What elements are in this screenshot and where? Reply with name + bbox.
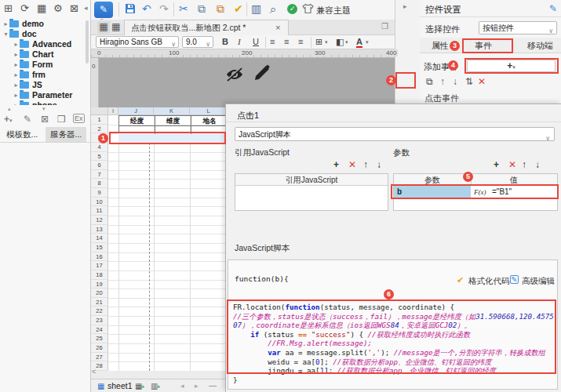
collapse-sidebar-icon[interactable]: ◂ xyxy=(84,4,88,12)
ref-down-icon[interactable]: ↓ xyxy=(377,159,381,170)
redo-icon[interactable]: ↷ xyxy=(159,2,169,15)
copy-dataset-icon[interactable]: ❒ xyxy=(57,114,66,125)
new-cpt-icon[interactable]: ▦ xyxy=(97,21,110,34)
selected-row[interactable] xyxy=(118,133,225,143)
preview-dataset-icon[interactable]: Ex xyxy=(73,114,85,123)
param-value-cell[interactable]: ="B1" xyxy=(492,187,512,196)
row-header-11[interactable]: 11 xyxy=(91,206,108,216)
edit-widget-icon[interactable]: ✎ xyxy=(549,3,557,14)
tree-item-Parameter[interactable]: ▸Parameter xyxy=(0,90,85,100)
row-header-10[interactable]: 10 xyxy=(91,198,108,207)
row-header-1[interactable]: 1 xyxy=(91,115,108,125)
chevron-right-icon[interactable]: ▸ xyxy=(13,39,20,49)
bold-button[interactable]: B xyxy=(222,37,228,46)
header-cell[interactable]: 经度 xyxy=(119,117,155,125)
font-color-dropdown-icon[interactable]: ▾ xyxy=(366,39,369,45)
trash-icon[interactable]: ⊠ xyxy=(70,2,78,14)
tree-item-doc[interactable]: ▾doc xyxy=(0,29,85,39)
param-row[interactable]: b F(x) ="B1" xyxy=(394,186,557,198)
chevron-down-icon[interactable]: ▾ xyxy=(2,29,9,39)
splitter-up-icon[interactable]: ▴ xyxy=(8,106,11,112)
row-header-6[interactable]: 6 xyxy=(91,161,108,170)
border-dropdown-icon[interactable]: ▾ xyxy=(325,39,328,45)
row-header-15[interactable]: 15 xyxy=(91,243,108,252)
theme-label[interactable]: 兼容主题 xyxy=(316,5,351,16)
align-left-icon[interactable]: ≡ xyxy=(270,37,275,46)
format-painter-icon[interactable]: ✔ xyxy=(234,2,243,15)
settings-icon[interactable]: ⚙ xyxy=(53,2,63,14)
chevron-right-icon[interactable]: ▸ xyxy=(13,60,20,70)
undo-icon[interactable]: ↶ xyxy=(142,2,151,15)
row-header-5[interactable]: 5 xyxy=(91,152,108,162)
tab-server-data[interactable]: 服务器... xyxy=(46,127,86,142)
web-preview-icon[interactable]: ▥ xyxy=(251,2,261,15)
scroll-left-icon[interactable]: < xyxy=(92,368,96,376)
event-list-item[interactable]: 点击事件 xyxy=(424,93,459,104)
row-header-8[interactable]: 8 xyxy=(91,179,108,188)
tree-item-JS[interactable]: ▸JS xyxy=(0,80,85,90)
close-tab-icon[interactable]: × xyxy=(275,20,280,35)
cut-icon[interactable]: ✂ xyxy=(179,2,188,15)
splitter-down-icon[interactable]: ▾ xyxy=(42,106,46,112)
param-add-icon[interactable]: + xyxy=(494,159,499,170)
font-size-select[interactable]: 9.0 ∨ xyxy=(182,36,213,48)
chevron-right-icon[interactable]: ▸ xyxy=(13,49,20,60)
edit-dataset-icon[interactable]: ✎ xyxy=(24,114,31,125)
js-code-content[interactable]: FR.location(function(status, message, co… xyxy=(233,303,554,384)
new-frm-icon[interactable]: ▦ xyxy=(111,21,120,32)
new-folder-icon[interactable]: ⊞ xyxy=(4,2,13,14)
event-type-select[interactable]: JavaScript脚本 ∨ xyxy=(235,127,555,141)
ref-js-table[interactable]: 引用JavaScript xyxy=(235,173,388,211)
paste-icon[interactable]: ⧉ xyxy=(217,2,224,16)
tree-item-frm[interactable]: ▸frm xyxy=(0,70,85,80)
refresh-icon[interactable]: ⟳ xyxy=(20,2,29,14)
param-name-cell[interactable]: b xyxy=(394,186,471,198)
chevron-right-icon[interactable]: ▸ xyxy=(13,70,20,80)
collapse-panel-icon[interactable]: ▸ xyxy=(403,2,407,10)
row-header-18[interactable]: 18 xyxy=(91,270,108,280)
fill-dropdown-icon[interactable]: ▾ xyxy=(345,39,348,45)
column-header-L[interactable]: L xyxy=(190,107,228,115)
prev-sheet-icon[interactable]: ◂ xyxy=(180,382,184,390)
row-header-17[interactable]: 17 xyxy=(91,261,108,270)
delete-event-icon[interactable]: ✕ xyxy=(478,76,486,87)
chevron-right-icon[interactable]: ▸ xyxy=(13,80,20,90)
tree-item-demo[interactable]: ▸demo xyxy=(0,19,85,29)
header-cell[interactable]: 地名 xyxy=(191,117,228,125)
next-sheet-icon[interactable]: ▸ xyxy=(195,382,199,390)
template-menu-button[interactable]: ✎ xyxy=(94,2,113,18)
row-header-7[interactable]: 7 xyxy=(91,170,108,180)
align-right-icon[interactable]: ≡ xyxy=(298,37,303,46)
copy-event-icon[interactable]: ⧉ xyxy=(426,76,433,87)
ref-up-icon[interactable]: ↑ xyxy=(363,159,368,170)
format-code-button[interactable]: 格式化代码 xyxy=(468,276,510,287)
row-header-22[interactable]: 22 xyxy=(91,307,108,316)
tree-item-Advanced[interactable]: ▸Advanced xyxy=(0,39,85,49)
column-header-K[interactable]: K xyxy=(154,107,190,115)
ref-delete-icon[interactable]: ✕ xyxy=(348,159,356,170)
row-header-2[interactable]: 2 xyxy=(91,125,108,134)
chevron-right-icon[interactable]: ▸ xyxy=(2,19,9,29)
row-header-27[interactable]: 27 xyxy=(91,353,108,362)
underline-button[interactable]: U xyxy=(253,37,259,46)
collapse-bar-icon[interactable]: — xyxy=(209,381,217,390)
sheet-tab-label[interactable]: sheet1 xyxy=(107,381,133,390)
tree-item-phone[interactable]: ▸phone xyxy=(0,100,85,105)
tab-mobile[interactable]: 移动端 xyxy=(527,40,553,52)
param-up-icon[interactable]: ↑ xyxy=(522,159,526,170)
row-header-25[interactable]: 25 xyxy=(91,334,108,343)
widget-select[interactable]: 按钮控件 ∨ xyxy=(479,21,557,34)
row-header-9[interactable]: 9 xyxy=(91,188,108,198)
move-up-icon[interactable]: ↑ xyxy=(440,76,445,87)
tree-item-Chart[interactable]: ▸Chart xyxy=(0,49,85,60)
row-header-20[interactable]: 20 xyxy=(91,289,108,298)
align-center-icon[interactable]: ≡ xyxy=(284,37,289,46)
font-color-icon[interactable]: A xyxy=(356,37,362,48)
chevron-right-icon[interactable]: ▸ xyxy=(13,100,20,105)
row-header-13[interactable]: 13 xyxy=(91,225,108,234)
theme-shirt-icon[interactable] xyxy=(302,3,314,14)
select-all-corner[interactable] xyxy=(91,107,108,115)
column-header-I[interactable]: I xyxy=(108,107,118,115)
header-cell[interactable]: 维度 xyxy=(155,117,191,125)
ref-add-icon[interactable]: + xyxy=(333,159,339,170)
